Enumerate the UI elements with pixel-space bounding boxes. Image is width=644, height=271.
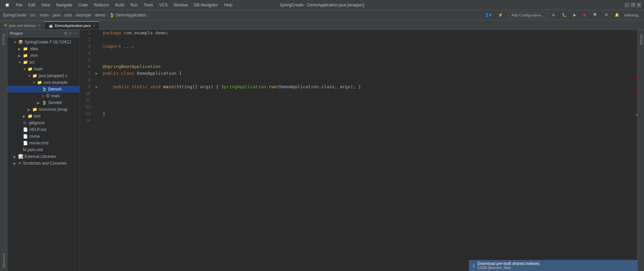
code-line-2 bbox=[103, 36, 631, 43]
tree-item-src[interactable]: ▼ 📁 src bbox=[7, 59, 79, 66]
tree-item-resources[interactable]: ▶ 📁 resources [wrap bbox=[7, 106, 79, 113]
code-editor[interactable]: 1 2 3 4 5 6 7 8 9 10 11 12 13 14 bbox=[80, 30, 637, 271]
run-class-icon[interactable]: ▶ bbox=[96, 71, 98, 75]
tree-item-servlet[interactable]: ▶ 🍃 Servletl bbox=[7, 99, 79, 106]
menu-help[interactable]: Help bbox=[222, 2, 235, 8]
tree-item-mvnw[interactable]: 📄 mvnw bbox=[7, 133, 79, 140]
notifications-button[interactable]: 🔔 bbox=[613, 12, 621, 18]
folder-icon-main: 📁 bbox=[28, 67, 33, 71]
tree-item-demoapplication[interactable]: 🍃 DemoA bbox=[7, 86, 79, 93]
module-icon: 📦 bbox=[18, 40, 23, 44]
tree-item-gitignore[interactable]: ⚙ .gitignore bbox=[7, 120, 79, 126]
folder-icon-idea: 📁 bbox=[23, 46, 28, 51]
md-icon: 📄 bbox=[23, 127, 28, 132]
breadcrumb-sep-4: › bbox=[62, 13, 63, 18]
run-button[interactable]: ▶ bbox=[550, 12, 557, 18]
menu-tools[interactable]: Tools bbox=[142, 2, 155, 8]
tree-arrow-src: ▼ bbox=[18, 61, 23, 64]
tree-label-servlet: Servletl bbox=[48, 100, 62, 105]
panel-settings-btn[interactable]: ⚙ bbox=[64, 31, 68, 36]
profile-button[interactable]: 👤▾ bbox=[483, 12, 494, 18]
settings-button[interactable]: ⚙ bbox=[603, 12, 610, 18]
tree-arrow-main: ▼ bbox=[23, 67, 28, 71]
tree-arrow-com: ▼ bbox=[32, 81, 37, 84]
panel-header: Project ⚙ ≡ — bbox=[7, 30, 79, 37]
gutter-7[interactable]: ▶ bbox=[93, 70, 100, 77]
tree-label-com: com.example bbox=[43, 80, 67, 85]
tab-demo-label: DemoApplication.java bbox=[55, 24, 91, 28]
notification-title: Download pre-built shared indexes bbox=[477, 261, 540, 266]
tree-arrow-resources: ▶ bbox=[28, 108, 32, 111]
file-tree[interactable]: ▼ 📦 SpringCreate F:\实习0612 ▶ 📁 .idea ▶ 📁… bbox=[7, 37, 79, 271]
tree-item-springcreate[interactable]: ▼ 📦 SpringCreate F:\实习0612 bbox=[7, 39, 79, 45]
tree-arrow-springcreate: ▼ bbox=[13, 40, 18, 44]
tree-item-mvn[interactable]: ▶ 📁 .mvn bbox=[7, 52, 79, 59]
spring-icon: 🍃 bbox=[42, 87, 47, 92]
menu-vcs[interactable]: VCS bbox=[157, 2, 170, 8]
close-button[interactable]: ✕ bbox=[637, 3, 641, 7]
menu-db-navigator[interactable]: DB Navigator bbox=[192, 2, 220, 8]
tree-item-mvnw-cmd[interactable]: 📄 mvnw.cmd bbox=[7, 140, 79, 146]
menu-file[interactable]: File bbox=[14, 2, 24, 8]
gutter: ▶ ▶ bbox=[93, 30, 100, 271]
minimize-button[interactable]: — bbox=[624, 3, 629, 7]
maven-tab-label[interactable]: Maven bbox=[639, 31, 643, 47]
mvnw-icon: 📄 bbox=[23, 134, 28, 139]
breadcrumb-main[interactable]: main bbox=[40, 13, 49, 18]
tree-item-test[interactable]: ▶ 📁 test bbox=[7, 113, 79, 120]
code-line-5 bbox=[103, 57, 631, 63]
search-button[interactable]: 🔍 bbox=[591, 12, 600, 18]
panel-collapse-btn[interactable]: ≡ bbox=[69, 31, 71, 36]
add-configuration-button[interactable]: Add Configuration... bbox=[508, 12, 548, 18]
tree-item-main-class[interactable]: m ⦿ main bbox=[7, 93, 79, 99]
breadcrumb-java[interactable]: java bbox=[53, 13, 60, 18]
breadcrumb-com[interactable]: com bbox=[64, 13, 72, 18]
tab-demo-close[interactable]: ✕ bbox=[93, 24, 95, 28]
editor-scrollbar[interactable] bbox=[634, 30, 637, 271]
run-coverage-button[interactable]: ▶ bbox=[571, 12, 578, 18]
panel-close-btn[interactable]: — bbox=[73, 31, 77, 36]
tab-demoapplication[interactable]: ☕ DemoApplication.java ✕ bbox=[45, 21, 100, 29]
breadcrumb-demoapplication[interactable]: DemoApplication bbox=[116, 13, 146, 18]
tree-item-helpmd[interactable]: 📄 HELP.md bbox=[7, 126, 79, 133]
menu-view[interactable]: View bbox=[39, 2, 52, 8]
menu-build[interactable]: Build bbox=[113, 2, 126, 8]
breadcrumb-springcreate[interactable]: SpringCreate bbox=[3, 13, 27, 18]
tree-label-springcreate: SpringCreate F:\实习0612 bbox=[25, 39, 71, 45]
menu-code[interactable]: Code bbox=[76, 2, 90, 8]
tree-item-idea[interactable]: ▶ 📁 .idea bbox=[7, 45, 79, 52]
notification-icon: ℹ bbox=[473, 263, 475, 268]
code-line-14 bbox=[103, 117, 631, 124]
breadcrumb-src[interactable]: src bbox=[31, 13, 36, 18]
notification-bar: ℹ Download pre-built shared indexes CSDN… bbox=[469, 260, 637, 271]
stop-button[interactable]: ⏹ bbox=[581, 12, 588, 18]
tree-item-com-example[interactable]: ▼ 📁 com.example bbox=[7, 79, 79, 86]
gutter-9[interactable]: ▶ bbox=[93, 83, 100, 90]
menu-edit[interactable]: Edit bbox=[26, 2, 37, 8]
tree-item-pomxml[interactable]: M pom.xml bbox=[7, 146, 79, 153]
code-line-11 bbox=[103, 97, 631, 104]
menu-refactor[interactable]: Refactor bbox=[92, 2, 111, 8]
maximize-button[interactable]: ❐ bbox=[631, 3, 635, 7]
menu-navigate[interactable]: Navigate bbox=[54, 2, 74, 8]
app-icon[interactable]: 🔲 bbox=[3, 2, 12, 8]
project-tab-label[interactable]: Project bbox=[1, 31, 6, 48]
breadcrumb-demo[interactable]: demo bbox=[95, 13, 105, 18]
line-num-3: 3 bbox=[80, 43, 91, 50]
debug-button[interactable]: 🐛 bbox=[560, 12, 569, 18]
tab-pom-close[interactable]: ✕ bbox=[38, 24, 40, 27]
menu-window[interactable]: Window bbox=[172, 2, 190, 8]
tree-item-main[interactable]: ▼ 📁 main bbox=[7, 66, 79, 72]
tree-item-scratches[interactable]: ▶ ✏ Scratches and Consoles bbox=[7, 160, 79, 167]
tab-pom-xml[interactable]: M pom.xml (demo) ✕ bbox=[0, 21, 45, 29]
tree-label-main2: ⦿ main bbox=[46, 94, 60, 98]
structure-tab-label[interactable]: Structure bbox=[1, 250, 6, 271]
ide-update-button[interactable]: ⚡ bbox=[496, 12, 505, 18]
run-main-icon[interactable]: ▶ bbox=[96, 85, 98, 89]
tree-item-java[interactable]: ▼ 📁 java [wrapper] s bbox=[7, 72, 79, 79]
breadcrumb-example[interactable]: example bbox=[76, 13, 91, 18]
code-content[interactable]: package com.example.demo; ⊞import ...; @… bbox=[100, 30, 634, 271]
breadcrumb: SpringCreate › src › main › java › com ›… bbox=[3, 13, 146, 18]
menu-run[interactable]: Run bbox=[128, 2, 140, 8]
tree-item-external-libs[interactable]: ▶ 📊 External Libraries bbox=[7, 153, 79, 160]
